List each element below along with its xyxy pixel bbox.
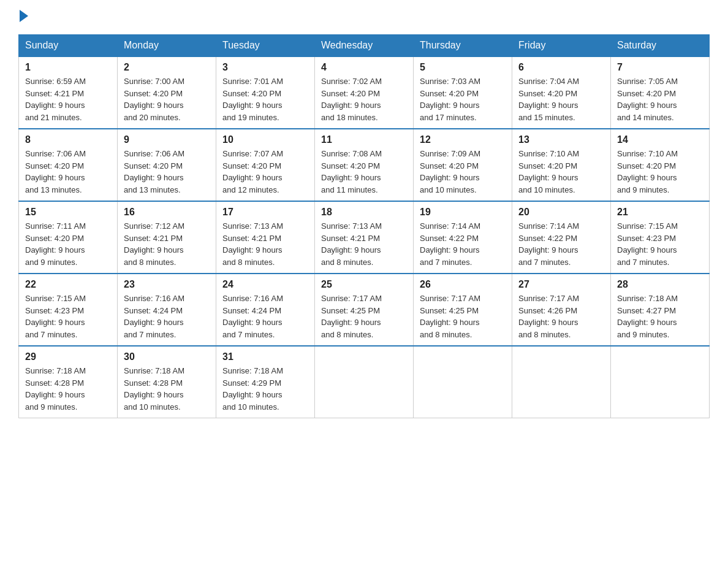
calendar-cell: 29Sunrise: 7:18 AMSunset: 4:28 PMDayligh…	[19, 346, 118, 418]
day-info: Sunrise: 7:18 AMSunset: 4:28 PMDaylight:…	[25, 365, 111, 413]
calendar-cell: 16Sunrise: 7:12 AMSunset: 4:21 PMDayligh…	[118, 201, 216, 274]
day-number: 17	[222, 207, 308, 218]
column-header-wednesday: Wednesday	[315, 35, 414, 57]
day-number: 21	[617, 207, 703, 218]
calendar-cell: 5Sunrise: 7:03 AMSunset: 4:20 PMDaylight…	[414, 56, 512, 129]
calendar-cell: 8Sunrise: 7:06 AMSunset: 4:20 PMDaylight…	[19, 129, 118, 201]
day-info: Sunrise: 7:02 AMSunset: 4:20 PMDaylight:…	[321, 75, 407, 123]
day-number: 13	[518, 134, 604, 145]
day-number: 20	[518, 207, 604, 218]
column-header-friday: Friday	[512, 35, 611, 57]
calendar-cell: 21Sunrise: 7:15 AMSunset: 4:23 PMDayligh…	[611, 201, 710, 274]
column-header-sunday: Sunday	[19, 35, 118, 57]
calendar-cell	[512, 346, 611, 418]
calendar-cell: 6Sunrise: 7:04 AMSunset: 4:20 PMDaylight…	[512, 56, 611, 129]
day-info: Sunrise: 7:06 AMSunset: 4:20 PMDaylight:…	[25, 148, 111, 196]
calendar-cell	[315, 346, 414, 418]
day-info: Sunrise: 7:17 AMSunset: 4:26 PMDaylight:…	[518, 293, 604, 340]
column-header-thursday: Thursday	[414, 35, 512, 57]
day-info: Sunrise: 6:59 AMSunset: 4:21 PMDaylight:…	[25, 75, 111, 123]
day-number: 6	[518, 62, 604, 73]
day-info: Sunrise: 7:13 AMSunset: 4:21 PMDaylight:…	[321, 220, 407, 268]
calendar-cell: 27Sunrise: 7:17 AMSunset: 4:26 PMDayligh…	[512, 274, 611, 346]
day-info: Sunrise: 7:14 AMSunset: 4:22 PMDaylight:…	[518, 220, 604, 268]
day-info: Sunrise: 7:13 AMSunset: 4:21 PMDaylight:…	[222, 220, 308, 268]
calendar-cell: 7Sunrise: 7:05 AMSunset: 4:20 PMDaylight…	[611, 56, 710, 129]
day-number: 30	[124, 351, 210, 362]
day-info: Sunrise: 7:16 AMSunset: 4:24 PMDaylight:…	[222, 293, 308, 340]
day-info: Sunrise: 7:18 AMSunset: 4:27 PMDaylight:…	[617, 293, 703, 340]
day-number: 14	[617, 134, 703, 145]
calendar-week-1: 1Sunrise: 6:59 AMSunset: 4:21 PMDaylight…	[19, 56, 710, 129]
calendar-header-row: SundayMondayTuesdayWednesdayThursdayFrid…	[19, 35, 710, 57]
calendar-week-2: 8Sunrise: 7:06 AMSunset: 4:20 PMDaylight…	[19, 129, 710, 201]
calendar-cell: 14Sunrise: 7:10 AMSunset: 4:20 PMDayligh…	[611, 129, 710, 201]
calendar-cell: 30Sunrise: 7:18 AMSunset: 4:28 PMDayligh…	[118, 346, 216, 418]
day-number: 4	[321, 62, 407, 73]
day-number: 16	[124, 207, 210, 218]
day-info: Sunrise: 7:04 AMSunset: 4:20 PMDaylight:…	[518, 75, 604, 123]
day-info: Sunrise: 7:10 AMSunset: 4:20 PMDaylight:…	[518, 148, 604, 196]
day-info: Sunrise: 7:01 AMSunset: 4:20 PMDaylight:…	[222, 75, 308, 123]
day-number: 11	[321, 134, 407, 145]
day-info: Sunrise: 7:18 AMSunset: 4:28 PMDaylight:…	[124, 365, 210, 413]
day-info: Sunrise: 7:03 AMSunset: 4:20 PMDaylight:…	[420, 75, 506, 123]
page-header	[18, 12, 710, 22]
calendar-cell: 9Sunrise: 7:06 AMSunset: 4:20 PMDaylight…	[118, 129, 216, 201]
calendar-cell: 22Sunrise: 7:15 AMSunset: 4:23 PMDayligh…	[19, 274, 118, 346]
day-number: 23	[124, 279, 210, 290]
day-number: 5	[420, 62, 506, 73]
calendar-cell: 31Sunrise: 7:18 AMSunset: 4:29 PMDayligh…	[216, 346, 315, 418]
day-info: Sunrise: 7:09 AMSunset: 4:20 PMDaylight:…	[420, 148, 506, 196]
day-info: Sunrise: 7:16 AMSunset: 4:24 PMDaylight:…	[124, 293, 210, 340]
column-header-tuesday: Tuesday	[216, 35, 315, 57]
logo-triangle-icon	[20, 10, 28, 22]
calendar-table: SundayMondayTuesdayWednesdayThursdayFrid…	[18, 34, 710, 418]
day-number: 22	[25, 279, 111, 290]
day-info: Sunrise: 7:11 AMSunset: 4:20 PMDaylight:…	[25, 220, 111, 268]
day-info: Sunrise: 7:00 AMSunset: 4:20 PMDaylight:…	[124, 75, 210, 123]
day-number: 27	[518, 279, 604, 290]
calendar-cell: 12Sunrise: 7:09 AMSunset: 4:20 PMDayligh…	[414, 129, 512, 201]
day-number: 29	[25, 351, 111, 362]
day-number: 12	[420, 134, 506, 145]
calendar-cell: 18Sunrise: 7:13 AMSunset: 4:21 PMDayligh…	[315, 201, 414, 274]
calendar-cell: 24Sunrise: 7:16 AMSunset: 4:24 PMDayligh…	[216, 274, 315, 346]
day-info: Sunrise: 7:15 AMSunset: 4:23 PMDaylight:…	[25, 293, 111, 340]
day-info: Sunrise: 7:18 AMSunset: 4:29 PMDaylight:…	[222, 365, 308, 413]
calendar-cell: 3Sunrise: 7:01 AMSunset: 4:20 PMDaylight…	[216, 56, 315, 129]
day-number: 1	[25, 62, 111, 73]
calendar-cell: 17Sunrise: 7:13 AMSunset: 4:21 PMDayligh…	[216, 201, 315, 274]
day-info: Sunrise: 7:06 AMSunset: 4:20 PMDaylight:…	[124, 148, 210, 196]
calendar-cell: 13Sunrise: 7:10 AMSunset: 4:20 PMDayligh…	[512, 129, 611, 201]
column-header-monday: Monday	[118, 35, 216, 57]
day-info: Sunrise: 7:17 AMSunset: 4:25 PMDaylight:…	[321, 293, 407, 340]
day-number: 26	[420, 279, 506, 290]
column-header-saturday: Saturday	[611, 35, 710, 57]
day-info: Sunrise: 7:12 AMSunset: 4:21 PMDaylight:…	[124, 220, 210, 268]
day-info: Sunrise: 7:17 AMSunset: 4:25 PMDaylight:…	[420, 293, 506, 340]
day-number: 31	[222, 351, 308, 362]
day-number: 10	[222, 134, 308, 145]
day-info: Sunrise: 7:05 AMSunset: 4:20 PMDaylight:…	[617, 75, 703, 123]
calendar-cell: 11Sunrise: 7:08 AMSunset: 4:20 PMDayligh…	[315, 129, 414, 201]
calendar-cell: 28Sunrise: 7:18 AMSunset: 4:27 PMDayligh…	[611, 274, 710, 346]
day-number: 7	[617, 62, 703, 73]
calendar-cell: 2Sunrise: 7:00 AMSunset: 4:20 PMDaylight…	[118, 56, 216, 129]
day-number: 19	[420, 207, 506, 218]
calendar-cell: 4Sunrise: 7:02 AMSunset: 4:20 PMDaylight…	[315, 56, 414, 129]
day-number: 15	[25, 207, 111, 218]
calendar-week-4: 22Sunrise: 7:15 AMSunset: 4:23 PMDayligh…	[19, 274, 710, 346]
day-info: Sunrise: 7:15 AMSunset: 4:23 PMDaylight:…	[617, 220, 703, 268]
calendar-cell: 19Sunrise: 7:14 AMSunset: 4:22 PMDayligh…	[414, 201, 512, 274]
day-number: 24	[222, 279, 308, 290]
day-info: Sunrise: 7:14 AMSunset: 4:22 PMDaylight:…	[420, 220, 506, 268]
day-number: 28	[617, 279, 703, 290]
day-info: Sunrise: 7:08 AMSunset: 4:20 PMDaylight:…	[321, 148, 407, 196]
calendar-cell: 23Sunrise: 7:16 AMSunset: 4:24 PMDayligh…	[118, 274, 216, 346]
calendar-cell	[414, 346, 512, 418]
day-number: 25	[321, 279, 407, 290]
calendar-cell: 25Sunrise: 7:17 AMSunset: 4:25 PMDayligh…	[315, 274, 414, 346]
calendar-cell	[611, 346, 710, 418]
calendar-cell: 26Sunrise: 7:17 AMSunset: 4:25 PMDayligh…	[414, 274, 512, 346]
